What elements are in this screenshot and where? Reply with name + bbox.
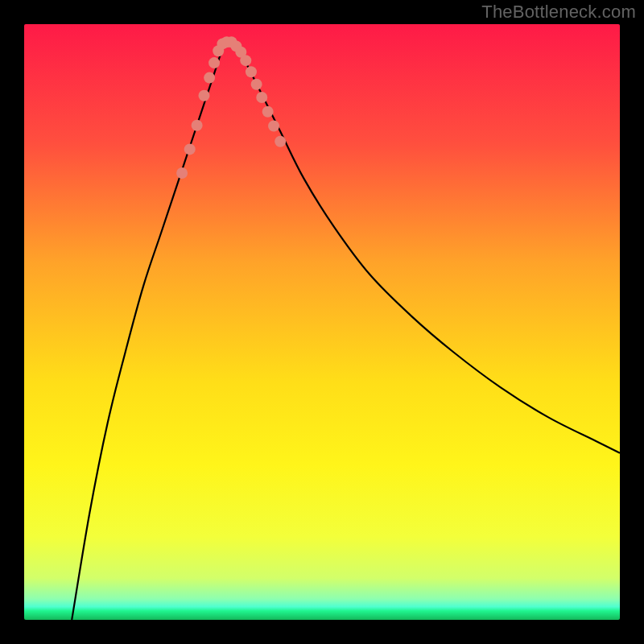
sample-point xyxy=(198,90,209,101)
sample-point xyxy=(262,106,274,118)
sample-point xyxy=(251,79,262,90)
sample-point xyxy=(184,143,196,155)
sample-point xyxy=(204,72,215,84)
sample-point xyxy=(192,120,203,131)
background-rect xyxy=(24,24,620,620)
sample-point xyxy=(246,66,257,77)
chart-stage: TheBottleneck.com xyxy=(0,0,644,644)
attribution-label: TheBottleneck.com xyxy=(481,2,636,23)
chart-svg xyxy=(24,24,620,620)
sample-point xyxy=(275,136,286,147)
sample-point xyxy=(256,92,267,103)
sample-point xyxy=(240,55,251,66)
sample-point xyxy=(176,167,188,179)
sample-point xyxy=(268,121,279,132)
sample-point xyxy=(208,57,220,68)
plot-area xyxy=(24,24,620,620)
